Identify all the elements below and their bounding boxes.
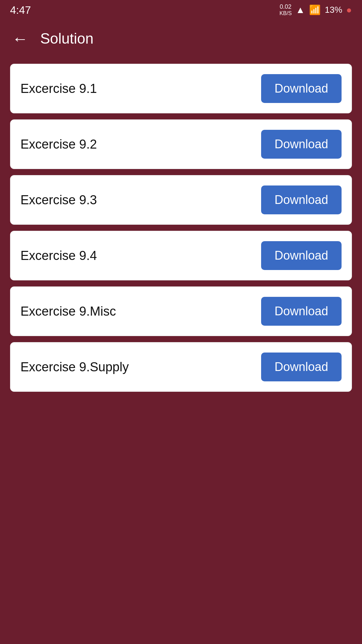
status-time: 4:47	[10, 4, 31, 16]
network-speed-value: 0.02	[280, 4, 292, 10]
network-speed: 0.02 KB/S	[280, 4, 292, 16]
download-button-ex-9-misc[interactable]: Download	[261, 297, 342, 326]
exercise-label-ex-9-2: Excercise 9.2	[20, 137, 97, 152]
exercise-card-ex-9-misc: Excercise 9.MiscDownload	[10, 286, 352, 336]
status-right: 0.02 KB/S ▲ 📶 13% ●	[280, 4, 352, 16]
page-title: Solution	[40, 30, 94, 47]
exercise-label-ex-9-misc: Excercise 9.Misc	[20, 304, 116, 319]
download-button-ex-9-2[interactable]: Download	[261, 130, 342, 159]
battery-level: 13%	[325, 5, 342, 15]
exercise-label-ex-9-supply: Excercise 9.Supply	[20, 360, 129, 374]
toolbar: ← Solution	[0, 20, 362, 57]
exercise-card-ex-9-4: Excercise 9.4Download	[10, 231, 352, 280]
wifi-icon: ▲	[296, 5, 305, 15]
battery-icon: ●	[346, 5, 352, 15]
network-speed-unit: KB/S	[280, 10, 292, 16]
exercise-label-ex-9-4: Excercise 9.4	[20, 249, 97, 263]
exercise-card-ex-9-1: Excercise 9.1Download	[10, 64, 352, 113]
exercise-card-ex-9-2: Excercise 9.2Download	[10, 119, 352, 169]
exercise-card-ex-9-supply: Excercise 9.SupplyDownload	[10, 342, 352, 392]
exercise-list: Excercise 9.1DownloadExcercise 9.2Downlo…	[0, 57, 362, 398]
status-bar: 4:47 0.02 KB/S ▲ 📶 13% ●	[0, 0, 362, 20]
exercise-card-ex-9-3: Excercise 9.3Download	[10, 175, 352, 225]
download-button-ex-9-supply[interactable]: Download	[261, 353, 342, 381]
download-button-ex-9-1[interactable]: Download	[261, 74, 342, 103]
exercise-label-ex-9-3: Excercise 9.3	[20, 193, 97, 207]
signal-icon: 📶	[309, 4, 321, 15]
download-button-ex-9-3[interactable]: Download	[261, 185, 342, 214]
back-button[interactable]: ←	[10, 29, 30, 49]
download-button-ex-9-4[interactable]: Download	[261, 241, 342, 270]
exercise-label-ex-9-1: Excercise 9.1	[20, 82, 97, 96]
